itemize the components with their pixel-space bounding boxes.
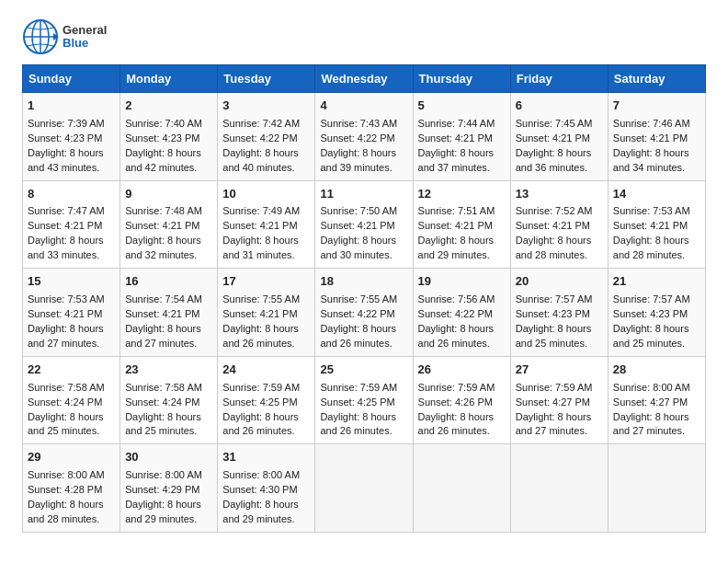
day-info-line: Sunrise: 7:48 AM [125, 204, 212, 219]
day-number: 8 [28, 186, 115, 203]
day-info-line: Daylight: 8 hours [418, 410, 506, 425]
logo-globe-icon [22, 18, 59, 55]
day-info-line: Sunset: 4:27 PM [613, 396, 700, 410]
day-header-saturday: Saturday [608, 65, 705, 93]
day-info-line: and 33 minutes. [28, 248, 115, 263]
day-info-line: Sunset: 4:24 PM [125, 396, 212, 410]
calendar-cell: 8Sunrise: 7:47 AMSunset: 4:21 PMDaylight… [23, 180, 120, 269]
day-info-line: and 29 minutes. [222, 512, 310, 527]
day-info-line: Sunrise: 7:40 AM [125, 117, 212, 132]
calendar-week-4: 22Sunrise: 7:58 AMSunset: 4:24 PMDayligh… [23, 356, 706, 444]
day-info-line: Daylight: 8 hours [613, 322, 700, 337]
day-info-line: Daylight: 8 hours [222, 234, 310, 248]
day-info-line: Sunset: 4:21 PM [320, 219, 407, 234]
day-number: 11 [320, 186, 407, 203]
day-info-line: Daylight: 8 hours [28, 322, 115, 337]
calendar-week-5: 29Sunrise: 8:00 AMSunset: 4:28 PMDayligh… [23, 444, 706, 533]
logo-blue: Blue [63, 37, 107, 50]
calendar-week-3: 15Sunrise: 7:53 AMSunset: 4:21 PMDayligh… [23, 269, 706, 357]
day-info-line: Daylight: 8 hours [125, 498, 212, 512]
day-header-tuesday: Tuesday [218, 65, 315, 93]
calendar-cell [510, 444, 608, 533]
day-info-line: Sunrise: 7:57 AM [516, 293, 603, 307]
day-number: 17 [222, 273, 310, 291]
day-info-line: Sunrise: 7:57 AM [613, 293, 700, 307]
day-info-line: Daylight: 8 hours [125, 146, 212, 161]
day-info-line: and 36 minutes. [516, 161, 603, 176]
day-info-line: and 29 minutes. [125, 512, 212, 527]
day-info-line: Daylight: 8 hours [28, 498, 115, 512]
calendar-cell: 13Sunrise: 7:52 AMSunset: 4:21 PMDayligh… [510, 180, 608, 269]
calendar-cell: 25Sunrise: 7:59 AMSunset: 4:25 PMDayligh… [315, 356, 413, 444]
day-info-line: Daylight: 8 hours [222, 322, 310, 337]
day-number: 2 [125, 98, 212, 115]
day-info-line: Sunset: 4:24 PM [28, 396, 115, 410]
day-info-line: Sunset: 4:29 PM [125, 483, 212, 498]
day-info-line: Sunset: 4:25 PM [320, 396, 407, 410]
logo: General Blue [22, 18, 107, 55]
day-info-line: Daylight: 8 hours [516, 410, 603, 425]
day-info-line: and 30 minutes. [320, 248, 407, 263]
day-info-line: Sunset: 4:23 PM [613, 307, 700, 322]
day-info-line: Sunrise: 7:59 AM [320, 381, 407, 396]
day-info-line: Sunrise: 7:44 AM [418, 117, 506, 132]
day-header-sunday: Sunday [23, 65, 120, 93]
calendar-cell: 10Sunrise: 7:49 AMSunset: 4:21 PMDayligh… [218, 180, 315, 269]
day-info-line: Daylight: 8 hours [28, 410, 115, 425]
day-number: 20 [516, 273, 603, 291]
day-info-line: Sunrise: 7:58 AM [125, 381, 212, 396]
day-info-line: Sunrise: 7:49 AM [222, 204, 310, 219]
day-info-line: and 32 minutes. [125, 248, 212, 263]
day-info-line: Daylight: 8 hours [125, 234, 212, 248]
calendar-cell: 2Sunrise: 7:40 AMSunset: 4:23 PMDaylight… [120, 93, 218, 181]
day-info-line: and 26 minutes. [418, 337, 506, 351]
day-number: 21 [613, 273, 700, 291]
day-info-line: Sunset: 4:21 PM [28, 219, 115, 234]
calendar-header-row: SundayMondayTuesdayWednesdayThursdayFrid… [23, 65, 706, 93]
day-info-line: Sunrise: 7:59 AM [222, 381, 310, 396]
day-number: 7 [613, 98, 700, 115]
day-number: 9 [125, 186, 212, 203]
day-info-line: Daylight: 8 hours [613, 146, 700, 161]
day-info-line: Daylight: 8 hours [418, 322, 506, 337]
logo-text: General Blue [63, 24, 107, 51]
calendar-cell: 3Sunrise: 7:42 AMSunset: 4:22 PMDaylight… [218, 93, 315, 181]
calendar-cell: 5Sunrise: 7:44 AMSunset: 4:21 PMDaylight… [413, 93, 510, 181]
day-number: 12 [418, 186, 506, 203]
day-info-line: Daylight: 8 hours [28, 146, 115, 161]
day-info-line: Sunset: 4:21 PM [613, 132, 700, 146]
day-info-line: Sunrise: 7:56 AM [418, 293, 506, 307]
day-info-line: Sunset: 4:23 PM [125, 132, 212, 146]
day-number: 13 [516, 186, 603, 203]
calendar-cell: 4Sunrise: 7:43 AMSunset: 4:22 PMDaylight… [315, 93, 413, 181]
day-info-line: and 25 minutes. [516, 337, 603, 351]
day-info-line: Daylight: 8 hours [125, 410, 212, 425]
day-info-line: and 25 minutes. [613, 337, 700, 351]
day-info-line: Sunset: 4:22 PM [222, 132, 310, 146]
day-info-line: and 43 minutes. [28, 161, 115, 176]
day-number: 31 [222, 449, 310, 466]
day-info-line: Daylight: 8 hours [613, 410, 700, 425]
day-header-monday: Monday [120, 65, 218, 93]
day-info-line: Sunset: 4:25 PM [222, 396, 310, 410]
day-header-wednesday: Wednesday [315, 65, 413, 93]
day-number: 3 [222, 98, 310, 115]
calendar-cell: 18Sunrise: 7:55 AMSunset: 4:22 PMDayligh… [315, 269, 413, 357]
day-info-line: Daylight: 8 hours [320, 234, 407, 248]
day-info-line: Sunrise: 7:59 AM [516, 381, 603, 396]
day-info-line: and 26 minutes. [320, 424, 407, 439]
day-info-line: Sunset: 4:26 PM [418, 396, 506, 410]
day-info-line: Sunrise: 7:51 AM [418, 204, 506, 219]
day-number: 24 [222, 362, 310, 379]
day-number: 15 [28, 273, 115, 291]
day-info-line: Sunrise: 7:58 AM [28, 381, 115, 396]
day-info-line: and 40 minutes. [222, 161, 310, 176]
day-number: 1 [28, 98, 115, 115]
day-number: 28 [613, 362, 700, 379]
calendar-cell [608, 444, 705, 533]
page-header: General Blue [22, 18, 706, 55]
calendar-cell: 23Sunrise: 7:58 AMSunset: 4:24 PMDayligh… [120, 356, 218, 444]
calendar-cell: 28Sunrise: 8:00 AMSunset: 4:27 PMDayligh… [608, 356, 705, 444]
calendar-cell: 19Sunrise: 7:56 AMSunset: 4:22 PMDayligh… [413, 269, 510, 357]
day-info-line: and 27 minutes. [613, 424, 700, 439]
